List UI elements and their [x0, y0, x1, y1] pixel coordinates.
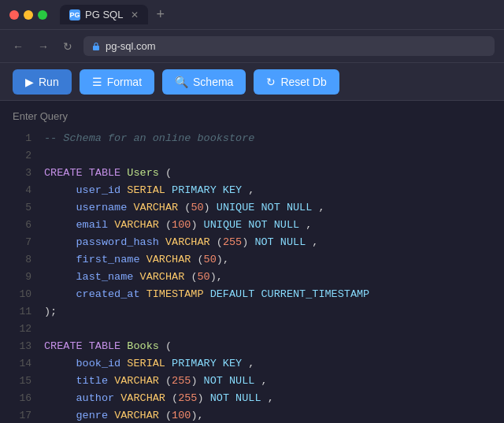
- line-number: 14: [13, 356, 32, 373]
- format-button[interactable]: ☰ Format: [80, 69, 154, 95]
- line-number: 11: [13, 304, 32, 321]
- new-tab-button[interactable]: +: [153, 6, 168, 23]
- refresh-button[interactable]: ↻: [60, 39, 76, 54]
- code-line-8: 8 first_name VARCHAR (50),: [13, 251, 491, 269]
- format-icon: ☰: [92, 76, 102, 88]
- editor-header: Enter Query: [0, 110, 504, 130]
- run-button[interactable]: ▶ Run: [13, 69, 72, 95]
- line-number: 6: [13, 217, 32, 234]
- code-content: -- Schema for an online bookstore: [44, 130, 491, 147]
- code-line-9: 9 last_name VARCHAR (50),: [13, 269, 491, 286]
- addressbar: ← → ↻ pg-sql.com: [0, 30, 504, 63]
- code-line-14: 14 book_id SERIAL PRIMARY KEY ,: [13, 355, 491, 373]
- line-number: 5: [13, 200, 32, 217]
- toolbar: ▶ Run ☰ Format 🔍 Schema ↻ Reset Db: [0, 63, 504, 101]
- schema-label: Schema: [193, 76, 233, 88]
- code-line-1: 1 -- Schema for an online bookstore: [13, 130, 491, 147]
- code-line-4: 4 user_id SERIAL PRIMARY KEY ,: [13, 182, 491, 199]
- tab-close-button[interactable]: ✕: [131, 9, 139, 20]
- code-content: );: [44, 303, 491, 321]
- minimize-button[interactable]: [24, 10, 33, 20]
- code-content: title VARCHAR (255) NOT NULL ,: [44, 373, 491, 390]
- code-content: CREATE TABLE Books (: [44, 338, 491, 355]
- editor-container: Enter Query 1 -- Schema for an online bo…: [0, 101, 504, 423]
- code-content: password_hash VARCHAR (255) NOT NULL ,: [44, 234, 491, 251]
- line-number: 1: [13, 131, 32, 147]
- forward-button[interactable]: →: [35, 39, 52, 54]
- code-content: created_at TIMESTAMP DEFAULT CURRENT_TIM…: [44, 286, 491, 303]
- pg-icon: PG: [69, 9, 80, 20]
- code-content: last_name VARCHAR (50),: [44, 269, 491, 286]
- schema-icon: 🔍: [175, 76, 188, 88]
- run-label: Run: [39, 76, 59, 88]
- schema-button[interactable]: 🔍 Schema: [162, 69, 246, 95]
- maximize-button[interactable]: [38, 10, 47, 20]
- line-number: 15: [13, 373, 32, 390]
- code-content: [44, 147, 491, 165]
- code-line-6: 6 email VARCHAR (100) UNIQUE NOT NULL ,: [13, 217, 491, 234]
- lock-icon: [91, 42, 101, 51]
- code-line-12: 12: [13, 321, 491, 338]
- reset-icon: ↻: [266, 76, 276, 88]
- url-bar[interactable]: pg-sql.com: [83, 36, 495, 56]
- line-number: 9: [13, 269, 32, 286]
- titlebar: PG PG SQL ✕ +: [0, 0, 504, 30]
- line-number: 2: [13, 148, 32, 165]
- line-number: 13: [13, 339, 32, 355]
- code-content: first_name VARCHAR (50),: [44, 251, 491, 269]
- code-area[interactable]: 1 -- Schema for an online bookstore 2 3 …: [0, 130, 504, 423]
- code-line-16: 16 author VARCHAR (255) NOT NULL ,: [13, 390, 491, 407]
- code-line-13: 13 CREATE TABLE Books (: [13, 338, 491, 355]
- tab-bar: PG PG SQL ✕ +: [60, 5, 495, 24]
- code-line-17: 17 genre VARCHAR (100),: [13, 407, 491, 423]
- play-icon: ▶: [25, 76, 34, 88]
- line-number: 17: [13, 408, 32, 423]
- reset-label: Reset Db: [280, 76, 326, 88]
- line-number: 4: [13, 183, 32, 199]
- traffic-lights: [9, 10, 47, 20]
- tab-label: PG SQL: [85, 9, 123, 20]
- code-content: username VARCHAR (50) UNIQUE NOT NULL ,: [44, 199, 491, 217]
- code-content: email VARCHAR (100) UNIQUE NOT NULL ,: [44, 217, 491, 234]
- format-label: Format: [107, 76, 142, 88]
- line-number: 8: [13, 252, 32, 269]
- code-content: genre VARCHAR (100),: [44, 407, 491, 423]
- code-line-10: 10 created_at TIMESTAMP DEFAULT CURRENT_…: [13, 286, 491, 303]
- active-tab[interactable]: PG PG SQL ✕: [60, 5, 148, 24]
- line-number: 7: [13, 235, 32, 251]
- svg-rect-0: [93, 46, 99, 50]
- back-button[interactable]: ←: [9, 39, 27, 54]
- code-line-11: 11 );: [13, 303, 491, 321]
- line-number: 3: [13, 165, 32, 182]
- code-line-3: 3 CREATE TABLE Users (: [13, 165, 491, 182]
- code-content: book_id SERIAL PRIMARY KEY ,: [44, 355, 491, 373]
- line-number: 12: [13, 321, 32, 338]
- code-content: [44, 321, 491, 338]
- line-number: 10: [13, 287, 32, 303]
- code-line-15: 15 title VARCHAR (255) NOT NULL ,: [13, 373, 491, 390]
- code-line-2: 2: [13, 147, 491, 165]
- code-content: user_id SERIAL PRIMARY KEY ,: [44, 182, 491, 199]
- line-number: 16: [13, 391, 32, 407]
- code-line-5: 5 username VARCHAR (50) UNIQUE NOT NULL …: [13, 199, 491, 217]
- url-text: pg-sql.com: [106, 40, 156, 52]
- code-content: author VARCHAR (255) NOT NULL ,: [44, 390, 491, 407]
- close-button[interactable]: [9, 10, 19, 20]
- code-content: CREATE TABLE Users (: [44, 165, 491, 182]
- code-line-7: 7 password_hash VARCHAR (255) NOT NULL ,: [13, 234, 491, 251]
- reset-db-button[interactable]: ↻ Reset Db: [254, 69, 339, 95]
